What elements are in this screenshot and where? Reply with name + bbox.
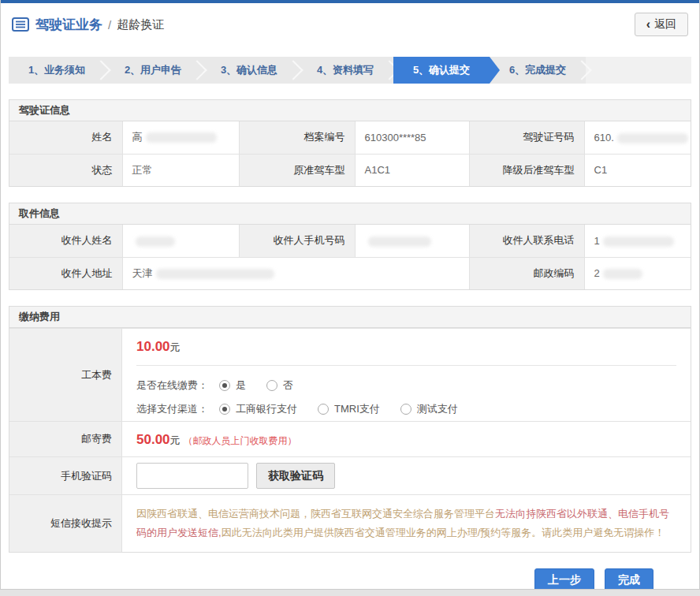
fee-row-sms-notice: 短信接收提示 因陕西省联通、电信运营商技术问题，陕西省互联网交通安全综合服务管理… (9, 494, 691, 552)
chevron-left-icon: ‹ (646, 18, 650, 31)
field-label: 收件人手机号码 (239, 225, 355, 257)
field-label: 档案编号 (239, 121, 355, 154)
step-tab-4[interactable]: 4、资料填写 (297, 57, 393, 84)
table-row: 收件人姓名 收件人手机号码 收件人联系电话 1 (9, 225, 691, 257)
sms-notice-part3: 因此无法向此类用户提供陕西省交通管理业务的网上办理/预约等服务。请此类用户避免无… (222, 527, 665, 538)
radio-online-yes-label[interactable]: 是 (236, 378, 246, 393)
fee-row-base: 工本费 10.00元 是否在线缴费： 是 否 选择支付渠道： 工商银行支付 (9, 328, 691, 421)
field-label: 手机验证码 (9, 457, 122, 494)
finish-button[interactable]: 完成 (605, 568, 653, 590)
section-license-info: 驾驶证信息 姓名 高 档案编号 610300****85 驾驶证号码 610. … (9, 99, 691, 187)
step-tab-label: 2、用户申告 (125, 63, 181, 77)
page-header: 驾驶证业务 / 超龄换证 ‹ 返回 (1, 3, 699, 46)
step-tab-label: 6、完成提交 (509, 63, 566, 77)
field-label: 收件人联系电话 (469, 225, 584, 257)
field-value-original-class: A1C1 (355, 154, 469, 186)
radio-channel-test-label[interactable]: 测试支付 (417, 402, 458, 416)
step-bar-filler (586, 57, 691, 84)
captcha-input[interactable] (136, 463, 248, 489)
mail-fee-note: （邮政人员上门收取费用） (184, 435, 297, 446)
base-fee-amount: 10.00 (136, 339, 170, 354)
field-value-name: 高 (122, 121, 239, 154)
radio-channel-icbc-label[interactable]: 工商银行支付 (236, 402, 297, 416)
base-fee-price: 10.00元 (136, 329, 676, 363)
redacted-blur (617, 133, 688, 143)
section-title: 缴纳费用 (9, 307, 691, 328)
page-title: 驾驶证业务 (35, 16, 102, 34)
mail-fee-price: 50.00元（邮政人员上门收取费用） (136, 422, 676, 456)
online-payment-label: 是否在线缴费： (136, 378, 208, 393)
section-title: 取件信息 (9, 203, 691, 225)
field-value-recipient-phone: 1 (584, 225, 691, 257)
field-label: 邮寄费 (9, 422, 122, 456)
step-tab-6[interactable]: 6、完成提交 (490, 57, 586, 84)
mail-fee-content: 50.00元（邮政人员上门收取费用） (122, 422, 691, 456)
radio-channel-icbc[interactable] (219, 404, 230, 415)
redacted-blur (136, 237, 175, 247)
field-label: 降级后准驾车型 (469, 154, 584, 186)
breadcrumb-current: 超龄换证 (117, 17, 164, 32)
payment-channel-label: 选择支付渠道： (136, 402, 208, 416)
field-label: 收件人地址 (9, 257, 122, 289)
get-captcha-button[interactable]: 获取验证码 (256, 463, 335, 489)
table-row: 姓名 高 档案编号 610300****85 驾驶证号码 610. (9, 121, 691, 154)
page: 驾驶证业务 / 超龄换证 ‹ 返回 1、业务须知 2、用户申告 3、确认信息 4… (0, 0, 700, 590)
step-tab-2[interactable]: 2、用户申告 (105, 57, 201, 84)
field-label: 驾驶证号码 (469, 121, 584, 154)
step-tab-3[interactable]: 3、确认信息 (201, 57, 297, 84)
radio-channel-tmri[interactable] (318, 404, 329, 415)
section-pickup-info: 取件信息 收件人姓名 收件人手机号码 收件人联系电话 1 收件人地址 天津 邮政… (9, 203, 691, 290)
online-payment-choice: 是否在线缴费： 是 否 (136, 374, 676, 397)
section-fees: 缴纳费用 工本费 10.00元 是否在线缴费： 是 否 选择支付渠道： (9, 306, 691, 553)
field-value-status: 正常 (122, 154, 239, 186)
table-row: 收件人地址 天津 邮政编码 2 (9, 257, 691, 289)
step-tab-5-active[interactable]: 5、确认提交 (393, 57, 490, 84)
back-button[interactable]: ‹ 返回 (635, 13, 688, 36)
step-tab-label: 4、资料填写 (317, 63, 374, 77)
field-label: 收件人姓名 (9, 225, 122, 257)
radio-online-yes[interactable] (219, 380, 230, 391)
sms-notice-text: 因陕西省联通、电信运营商技术问题，陕西省互联网交通安全综合服务管理平台无法向持陕… (122, 495, 691, 552)
divider (136, 365, 676, 366)
pickup-info-table: 收件人姓名 收件人手机号码 收件人联系电话 1 收件人地址 天津 邮政编码 2 (9, 225, 691, 289)
fee-row-captcha: 手机验证码 获取验证码 (9, 456, 691, 494)
redacted-blur (156, 269, 274, 279)
breadcrumb-separator: / (108, 18, 111, 32)
field-value-license-number: 610. (584, 121, 691, 154)
section-title: 驾驶证信息 (9, 100, 691, 121)
radio-online-no-label[interactable]: 否 (283, 378, 293, 393)
field-value-recipient-address: 天津 (122, 257, 469, 289)
field-value-file-number: 610300****85 (355, 121, 469, 154)
field-value-downgraded-class: C1 (584, 154, 691, 186)
sms-notice-part1: 因陕西省联通、电信运营商技术问题，陕西省互联网交通安全综合服务管理平台 (136, 508, 495, 520)
radio-channel-tmri-label[interactable]: TMRI支付 (334, 402, 380, 416)
fee-row-mail: 邮寄费 50.00元（邮政人员上门收取费用） (9, 421, 691, 456)
license-info-table: 姓名 高 档案编号 610300****85 驾驶证号码 610. 状态 正常 … (9, 121, 691, 186)
redacted-blur (146, 132, 217, 143)
field-label: 工本费 (9, 329, 122, 421)
field-label: 原准驾车型 (239, 154, 355, 186)
field-label: 姓名 (9, 121, 122, 154)
step-tab-label: 5、确认提交 (413, 63, 470, 77)
field-label: 状态 (9, 154, 122, 186)
radio-channel-test[interactable] (400, 404, 411, 415)
footer-actions: 上一步 完成 (1, 553, 699, 590)
base-fee-unit: 元 (170, 341, 181, 353)
back-button-label: 返回 (654, 17, 676, 32)
mail-fee-amount: 50.00 (136, 432, 170, 447)
mail-fee-unit: 元 (170, 434, 181, 446)
base-fee-content: 10.00元 是否在线缴费： 是 否 选择支付渠道： 工商银行支付 TMRI支付 (122, 329, 691, 421)
step-tab-1[interactable]: 1、业务须知 (9, 57, 105, 84)
field-value-recipient-name (122, 225, 239, 257)
step-progress-bar: 1、业务须知 2、用户申告 3、确认信息 4、资料填写 5、确认提交 6、完成提… (9, 57, 691, 84)
field-value-recipient-mobile (355, 225, 469, 257)
previous-step-button[interactable]: 上一步 (534, 568, 594, 590)
radio-online-no[interactable] (266, 380, 277, 391)
redacted-blur (603, 237, 674, 247)
redacted-blur (603, 269, 642, 279)
payment-channel-choice: 选择支付渠道： 工商银行支付 TMRI支付 测试支付 (136, 397, 676, 421)
redacted-blur (368, 237, 431, 247)
step-tab-label: 3、确认信息 (221, 63, 277, 77)
captcha-content: 获取验证码 (122, 457, 691, 494)
table-row: 状态 正常 原准驾车型 A1C1 降级后准驾车型 C1 (9, 154, 691, 186)
